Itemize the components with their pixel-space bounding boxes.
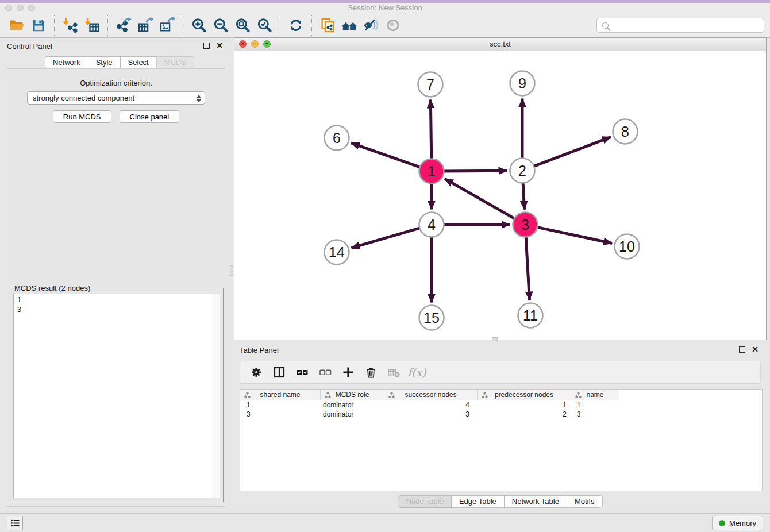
node-9[interactable]: 9: [510, 71, 535, 96]
graphics-details-icon[interactable]: [360, 14, 382, 36]
unselect-all-icon[interactable]: [314, 364, 336, 381]
close-table-panel-icon[interactable]: ✕: [752, 346, 759, 353]
add-icon[interactable]: [337, 364, 359, 381]
node-2[interactable]: 2: [510, 159, 535, 183]
gear-icon[interactable]: [245, 364, 267, 381]
network-graph[interactable]: 1234678910111415: [234, 51, 766, 340]
import-table-icon[interactable]: [81, 14, 103, 36]
network-canvas[interactable]: 1234678910111415: [234, 51, 766, 340]
close-panel-icon[interactable]: ✕: [216, 42, 223, 49]
edge-2-3[interactable]: [523, 181, 525, 209]
tab-network-table[interactable]: Network Table: [505, 495, 567, 508]
float-panel-icon[interactable]: [203, 43, 210, 49]
export-network-icon[interactable]: [113, 14, 134, 36]
open-session-icon[interactable]: [6, 14, 28, 36]
network-minimize-button[interactable]: −: [251, 40, 259, 48]
mcds-result-text[interactable]: 1 3: [14, 294, 212, 498]
node-3[interactable]: 3: [513, 213, 538, 237]
export-image-icon[interactable]: [156, 14, 178, 36]
cell-predecessor-nodes[interactable]: 1: [478, 401, 571, 409]
edge-3-11[interactable]: [526, 235, 529, 300]
zoom-in-icon[interactable]: [188, 14, 210, 36]
toolbar-separator: [311, 15, 312, 36]
cell-shared-name[interactable]: 1: [240, 401, 321, 409]
save-session-icon[interactable]: [28, 14, 49, 36]
cell-successor-nodes[interactable]: 3: [384, 410, 478, 418]
node-15[interactable]: 15: [419, 306, 444, 330]
task-history-button[interactable]: [7, 516, 23, 530]
column-header-predecessor-nodes[interactable]: predecessor nodes: [478, 390, 571, 400]
close-window-button[interactable]: [5, 5, 12, 11]
node-4[interactable]: 4: [419, 213, 444, 237]
search-input[interactable]: [609, 18, 764, 32]
table-row-1[interactable]: 1dominator411: [240, 400, 762, 410]
network-window-titlebar[interactable]: ✕ − + scc.txt: [234, 38, 766, 51]
zoom-out-icon[interactable]: [210, 14, 232, 36]
tab-motifs[interactable]: Motifs: [567, 495, 603, 508]
node-1[interactable]: 1: [419, 159, 444, 184]
cell-predecessor-nodes[interactable]: 2: [478, 410, 571, 418]
criterion-value: strongly connected component: [33, 94, 134, 102]
select-all-icon[interactable]: [291, 364, 313, 381]
zoom-selected-icon[interactable]: [253, 14, 275, 36]
cell-mcds-role[interactable]: dominator: [321, 401, 384, 409]
float-table-panel-icon[interactable]: [739, 346, 745, 353]
vertical-splitter-handle[interactable]: [230, 265, 233, 276]
tab-node-table[interactable]: Node Table: [398, 495, 452, 508]
edge-3-1[interactable]: [445, 179, 516, 219]
edge-1-6[interactable]: [351, 143, 422, 168]
minimize-window-button[interactable]: [17, 5, 24, 11]
column-header-mcds-role[interactable]: MCDS role: [321, 390, 384, 400]
cell-successor-nodes[interactable]: 4: [384, 401, 478, 409]
cell-name[interactable]: 3: [571, 410, 619, 418]
svg-text:9: 9: [518, 75, 526, 91]
cell-mcds-role[interactable]: dominator: [321, 410, 384, 418]
export-table-icon[interactable]: [134, 14, 156, 36]
function-builder-icon[interactable]: f(x): [406, 364, 428, 381]
tab-mcds[interactable]: MCDS: [156, 56, 194, 68]
edge-3-10[interactable]: [536, 227, 612, 244]
criterion-select[interactable]: strongly connected component: [27, 91, 205, 105]
column-header-successor-nodes[interactable]: successor nodes: [384, 390, 478, 400]
edge-2-8[interactable]: [532, 137, 611, 167]
delete-icon[interactable]: [360, 364, 382, 381]
tab-network[interactable]: Network: [45, 56, 88, 68]
result-scrollbar[interactable]: [213, 294, 220, 498]
cell-name[interactable]: 1: [571, 401, 619, 409]
tab-style[interactable]: Style: [88, 56, 120, 68]
table-row-2[interactable]: 3dominator323: [240, 410, 762, 419]
tab-select[interactable]: Select: [120, 56, 156, 68]
column-header-name[interactable]: name: [571, 390, 619, 400]
apply-layout-icon[interactable]: [285, 14, 307, 36]
node-11[interactable]: 11: [518, 303, 543, 328]
clone-network-icon[interactable]: [317, 14, 338, 36]
cell-shared-name[interactable]: 3: [240, 410, 321, 418]
overview-icon[interactable]: [382, 14, 404, 36]
close-panel-button[interactable]: Close panel: [120, 110, 180, 123]
node-8[interactable]: 8: [613, 119, 638, 144]
node-10[interactable]: 10: [615, 234, 640, 259]
node-6[interactable]: 6: [325, 126, 349, 151]
delete-table-icon[interactable]: [383, 364, 405, 381]
network-zoom-button[interactable]: +: [263, 40, 271, 48]
edge-4-14[interactable]: [351, 228, 421, 248]
tab-edge-table[interactable]: Edge Table: [452, 495, 505, 508]
search-field[interactable]: [596, 18, 764, 33]
import-network-icon[interactable]: [59, 14, 81, 36]
reset-view-icon[interactable]: [338, 14, 360, 36]
zoom-window-button[interactable]: [28, 5, 35, 11]
edge-1-7[interactable]: [430, 99, 431, 160]
run-mcds-button[interactable]: Run MCDS: [53, 110, 111, 123]
network-close-button[interactable]: ✕: [239, 40, 247, 48]
toolbar-separator: [54, 15, 55, 36]
node-7[interactable]: 7: [418, 72, 443, 97]
edge-1-2[interactable]: [442, 171, 507, 171]
zoom-fit-icon[interactable]: [232, 14, 253, 36]
column-header-shared-name[interactable]: shared name: [240, 390, 321, 400]
node-table[interactable]: shared nameMCDS rolesuccessor nodesprede…: [240, 389, 763, 491]
horizontal-splitter-handle[interactable]: [492, 337, 498, 341]
split-panel-icon[interactable]: [268, 364, 290, 381]
memory-button[interactable]: Memory: [712, 516, 763, 530]
node-14[interactable]: 14: [325, 240, 349, 265]
memory-status-dot: [719, 520, 725, 526]
